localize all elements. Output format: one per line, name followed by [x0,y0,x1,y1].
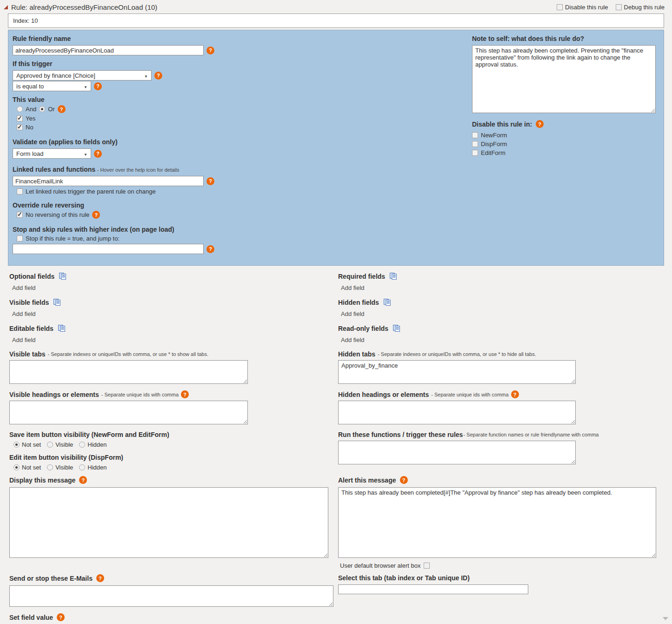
visible-tabs-section: Visible tabs - Separate indexes or uniqu… [9,350,338,385]
help-icon[interactable] [181,390,189,398]
stop-if-true-label: Stop if this rule = true, and jump to: [26,235,120,242]
edit-notset-radio[interactable] [13,464,20,470]
save-visible-label: Visible [55,441,73,448]
help-icon[interactable] [206,245,214,253]
alert-message-section: Alert this message This step has already… [338,476,672,569]
note-textarea[interactable]: This step has already been completed. Pr… [472,45,656,113]
this-value-label: This value [13,96,222,103]
copy-icon[interactable] [53,298,61,306]
debug-rule-label: Debug this rule [624,4,665,11]
chevron-down-icon [84,83,87,90]
display-message-section: Display this message [9,476,338,569]
display-message-textarea[interactable] [9,487,328,558]
friendly-name-input[interactable] [13,45,204,55]
editable-fields-label: Editable fields [9,325,53,332]
add-field-link[interactable]: Add field [9,283,338,293]
send-emails-label: Send or stop these E-Mails [9,575,93,582]
value-yes-label: Yes [26,115,35,122]
edit-visible-radio[interactable] [47,464,53,470]
run-functions-label: Run these functions / trigger these rule… [338,431,463,438]
save-hidden-radio[interactable] [79,442,85,448]
set-field-value-section: Set field value Add field [9,613,338,624]
disable-editform-checkbox[interactable] [472,150,478,156]
rule-title: Rule: alreadyProcessedByFinanceOnLoad (1… [11,3,157,11]
help-icon[interactable] [92,211,100,219]
visible-tabs-hint: - Separate indexes or uniqueIDs with com… [48,351,208,357]
help-icon[interactable] [58,105,66,113]
trigger-field-value: Approved by finance [Choice] [16,72,95,79]
trigger-field-select[interactable]: Approved by finance [Choice] [13,70,152,81]
select-tab-label: Select this tab (tab index or Tab unique… [338,574,672,582]
help-icon[interactable] [94,82,102,90]
help-icon[interactable] [79,476,87,484]
display-message-label: Display this message [9,476,75,484]
help-icon[interactable] [511,390,519,398]
alert-message-label: Alert this message [338,476,396,484]
hidden-tabs-textarea[interactable]: Approval_by_finance [338,360,576,384]
friendly-name-label: Rule friendly name [13,35,222,42]
copy-icon[interactable] [59,272,67,280]
save-visible-radio[interactable] [47,442,53,448]
browser-alert-label: User default browser alert box [340,562,420,569]
index-bar[interactable]: Index: 10 [8,13,664,28]
disable-rule-checkbox[interactable] [557,4,563,10]
trigger-operator-value: is equal to [16,83,44,90]
browser-alert-checkbox[interactable] [424,563,430,569]
select-tab-input[interactable] [338,584,528,594]
help-icon[interactable] [400,476,408,484]
stop-skip-label: Stop and skip rules with higher index (o… [13,226,222,233]
send-emails-textarea[interactable] [9,585,333,607]
add-field-link[interactable]: Add field [338,309,672,319]
debug-rule-checkbox[interactable] [616,4,622,10]
and-radio[interactable] [17,106,23,112]
linked-trigger-parent-checkbox[interactable] [17,188,23,195]
select-tab-section: Select this tab (tab index or Tab unique… [338,574,672,608]
copy-icon[interactable] [58,324,66,332]
help-icon[interactable] [94,150,102,158]
value-yes-checkbox[interactable] [17,115,23,121]
copy-icon[interactable] [383,298,391,306]
alert-message-textarea[interactable]: This step has already been completed[#]T… [338,487,656,558]
add-field-link[interactable]: Add field [338,283,672,293]
visible-headings-textarea[interactable] [9,401,248,424]
value-no-label: No [26,124,33,131]
help-icon[interactable] [206,177,214,185]
help-icon[interactable] [154,72,162,80]
add-field-link[interactable]: Add field [338,335,672,345]
optional-fields-label: Optional fields [9,273,54,280]
linked-rules-label: Linked rules and functions [13,166,95,173]
no-reversing-checkbox[interactable] [17,212,23,218]
stop-if-true-checkbox[interactable] [17,235,23,242]
validate-on-label: Validate on (applies to fields only) [13,138,222,146]
scroll-down-triangle-icon[interactable] [663,617,668,620]
save-hidden-label: Hidden [87,441,106,448]
trigger-operator-select[interactable]: is equal to [13,81,91,91]
or-radio[interactable] [39,106,45,112]
validate-on-select[interactable]: Form load [13,148,91,159]
visible-headings-hint: - Separate unique ids with comma [101,392,179,397]
help-icon[interactable] [96,574,104,582]
jump-to-input[interactable] [13,244,204,254]
add-field-link[interactable]: Add field [9,309,338,319]
disable-newform-checkbox[interactable] [472,132,478,138]
copy-icon[interactable] [389,272,397,280]
copy-icon[interactable] [393,324,400,332]
disable-dispform-checkbox[interactable] [472,141,478,147]
value-no-checkbox[interactable] [17,124,23,130]
set-field-value-label: Set field value [9,614,53,621]
edit-hidden-radio[interactable] [79,464,85,470]
visible-tabs-textarea[interactable] [9,360,248,384]
run-functions-section: Run these functions / trigger these rule… [338,431,672,471]
run-functions-textarea[interactable] [338,441,576,464]
hidden-headings-textarea[interactable] [338,401,576,424]
visible-tabs-label: Visible tabs [9,350,46,358]
collapse-triangle-icon[interactable] [4,5,8,9]
help-icon[interactable] [536,120,544,128]
add-field-link[interactable]: Add field [9,335,338,345]
help-icon[interactable] [57,613,65,621]
edit-notset-label: Not set [22,464,41,471]
save-notset-radio[interactable] [13,442,20,448]
help-icon[interactable] [206,47,214,54]
trigger-label: If this trigger [13,60,222,67]
linked-rules-input[interactable] [13,176,204,186]
